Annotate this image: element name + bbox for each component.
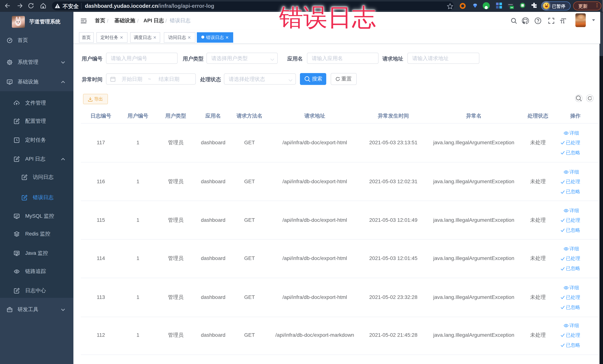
svg-text:on: on bbox=[510, 6, 513, 8]
